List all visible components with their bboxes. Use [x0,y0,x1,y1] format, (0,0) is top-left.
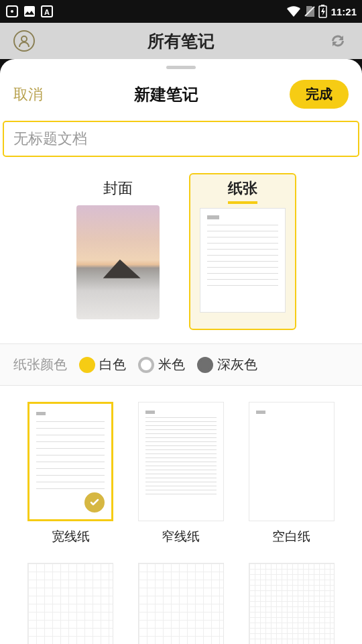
status-icons-left: A [5,5,54,18]
tab-paper-label: 纸张 [228,178,257,204]
style-grid-medium[interactable] [133,563,229,644]
tab-paper[interactable]: 纸张 [189,173,296,330]
done-button[interactable]: 完成 [290,80,349,109]
style-thumb [27,402,113,521]
style-thumb [249,402,335,521]
paper-color-row: 纸张颜色 白色 米色 深灰色 [0,343,362,386]
radio-icon [197,357,213,373]
sync-icon[interactable] [327,30,349,52]
sheet-header: 取消 新建笔记 完成 [0,74,362,121]
style-thumb [138,563,224,644]
tab-cover-label: 封面 [103,178,133,201]
style-narrow-label: 窄线纸 [162,528,200,545]
svg-point-8 [21,36,27,42]
svg-rect-2 [24,6,35,17]
type-tabs: 封面 纸张 [0,170,362,343]
paper-color-label: 纸张颜色 [13,356,67,374]
status-bar: A 11:21 [0,0,362,23]
radio-selected-icon [79,357,95,373]
style-grid-small[interactable] [243,563,339,644]
color-option-dark[interactable]: 深灰色 [197,356,257,374]
title-input-wrap [0,121,362,170]
svg-text:A: A [44,8,50,16]
wifi-icon [286,5,301,17]
note-title-input[interactable] [3,121,359,157]
style-thumb [138,402,224,521]
svg-rect-7 [321,5,324,6]
color-dark-label: 深灰色 [217,356,257,374]
color-beige-label: 米色 [158,356,185,374]
style-blank[interactable]: 空白纸 [243,402,339,545]
font-icon: A [40,5,54,18]
color-white-label: 白色 [99,356,126,374]
check-icon [84,492,105,513]
app-header: 所有笔记 [0,23,362,59]
style-grid-large[interactable] [23,563,119,644]
svg-point-1 [11,10,13,13]
battery-charging-icon [318,5,327,18]
style-thumb [27,563,113,644]
cover-thumbnail [76,205,160,319]
status-time: 11:21 [331,6,357,17]
app-title: 所有笔记 [147,30,215,52]
paper-style-grid[interactable]: 宽线纸 窄线纸 空白纸 [0,386,362,644]
cancel-button[interactable]: 取消 [13,85,43,105]
radio-icon [138,357,154,373]
style-thumb [249,563,335,644]
profile-icon[interactable] [13,30,35,52]
sheet-title: 新建笔记 [134,84,198,105]
tab-cover[interactable]: 封面 [66,173,170,330]
style-wide-label: 宽线纸 [52,528,90,545]
style-wide-lined[interactable]: 宽线纸 [23,402,119,545]
status-icons-right: 11:21 [286,5,357,18]
color-option-beige[interactable]: 米色 [138,356,185,374]
square-icon [5,5,19,18]
color-option-white[interactable]: 白色 [79,356,126,374]
style-blank-label: 空白纸 [272,528,310,545]
image-icon [23,5,36,18]
new-note-sheet: 取消 新建笔记 完成 封面 纸张 纸张颜色 白色 米色 [0,59,362,644]
paper-thumbnail [200,208,286,313]
no-sim-icon [304,5,316,17]
style-narrow-lined[interactable]: 窄线纸 [133,402,229,545]
sheet-handle[interactable] [166,66,196,69]
